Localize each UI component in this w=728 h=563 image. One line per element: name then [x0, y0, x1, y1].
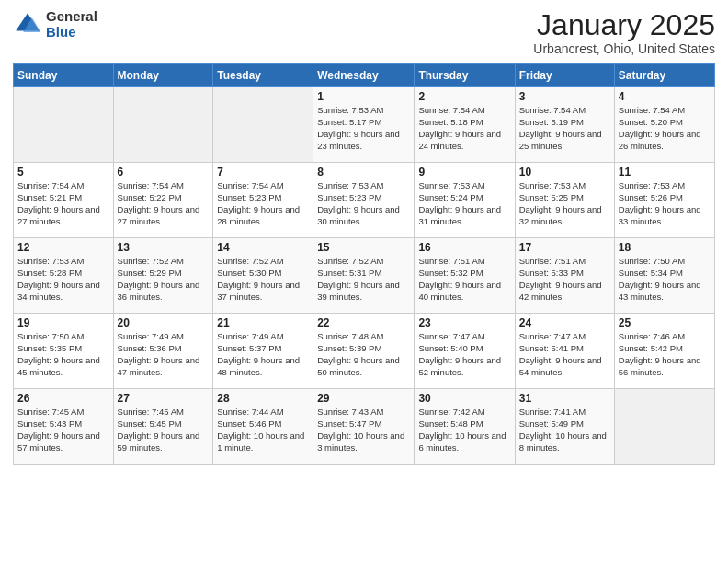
- calendar-cell: 7Sunrise: 7:54 AM Sunset: 5:23 PM Daylig…: [213, 163, 313, 238]
- day-info: Sunrise: 7:49 AM Sunset: 5:37 PM Dayligh…: [217, 331, 309, 378]
- logo-text-block: General Blue: [46, 9, 97, 40]
- day-number: 28: [217, 392, 309, 405]
- day-number: 3: [519, 90, 610, 103]
- day-info: Sunrise: 7:46 AM Sunset: 5:42 PM Dayligh…: [619, 331, 711, 378]
- day-number: 15: [317, 241, 410, 254]
- day-number: 6: [118, 166, 210, 178]
- day-info: Sunrise: 7:49 AM Sunset: 5:36 PM Dayligh…: [118, 331, 210, 378]
- calendar-cell: 14Sunrise: 7:52 AM Sunset: 5:30 PM Dayli…: [213, 238, 313, 314]
- calendar-cell: 2Sunrise: 7:54 AM Sunset: 5:18 PM Daylig…: [415, 87, 515, 163]
- calendar-cell: 18Sunrise: 7:50 AM Sunset: 5:34 PM Dayli…: [614, 238, 714, 314]
- calendar-cell: 21Sunrise: 7:49 AM Sunset: 5:37 PM Dayli…: [213, 314, 313, 389]
- calendar-cell: 26Sunrise: 7:45 AM Sunset: 5:43 PM Dayli…: [14, 389, 114, 465]
- month-title: January 2025: [533, 9, 715, 41]
- day-info: Sunrise: 7:48 AM Sunset: 5:39 PM Dayligh…: [317, 331, 410, 378]
- day-of-week-header: Wednesday: [313, 64, 415, 87]
- calendar-cell: 24Sunrise: 7:47 AM Sunset: 5:41 PM Dayli…: [515, 314, 614, 389]
- day-info: Sunrise: 7:45 AM Sunset: 5:43 PM Dayligh…: [17, 407, 109, 454]
- day-info: Sunrise: 7:53 AM Sunset: 5:26 PM Dayligh…: [619, 180, 711, 227]
- calendar-cell: 4Sunrise: 7:54 AM Sunset: 5:20 PM Daylig…: [614, 87, 714, 163]
- calendar-cell: 31Sunrise: 7:41 AM Sunset: 5:49 PM Dayli…: [515, 389, 614, 465]
- day-number: 2: [418, 90, 510, 103]
- header: General Blue January 2025 Urbancrest, Oh…: [13, 9, 715, 56]
- page: General Blue January 2025 Urbancrest, Oh…: [0, 0, 728, 563]
- calendar-cell: 10Sunrise: 7:53 AM Sunset: 5:25 PM Dayli…: [515, 163, 614, 238]
- calendar-cell: 28Sunrise: 7:44 AM Sunset: 5:46 PM Dayli…: [213, 389, 313, 465]
- calendar-cell: 1Sunrise: 7:53 AM Sunset: 5:17 PM Daylig…: [313, 87, 415, 163]
- day-number: 5: [17, 166, 109, 178]
- day-number: 27: [118, 392, 210, 405]
- day-info: Sunrise: 7:43 AM Sunset: 5:47 PM Dayligh…: [317, 407, 410, 454]
- day-number: 29: [317, 392, 410, 405]
- day-info: Sunrise: 7:45 AM Sunset: 5:45 PM Dayligh…: [118, 407, 210, 454]
- day-number: 12: [17, 241, 109, 254]
- day-number: 21: [217, 316, 309, 329]
- calendar-cell: 12Sunrise: 7:53 AM Sunset: 5:28 PM Dayli…: [14, 238, 114, 314]
- day-number: 4: [619, 90, 711, 103]
- day-of-week-header: Saturday: [614, 64, 714, 87]
- day-info: Sunrise: 7:52 AM Sunset: 5:30 PM Dayligh…: [217, 256, 309, 303]
- day-info: Sunrise: 7:52 AM Sunset: 5:29 PM Dayligh…: [118, 256, 210, 303]
- calendar-week-row: 19Sunrise: 7:50 AM Sunset: 5:35 PM Dayli…: [14, 314, 715, 389]
- day-info: Sunrise: 7:54 AM Sunset: 5:21 PM Dayligh…: [17, 180, 109, 227]
- calendar-table: SundayMondayTuesdayWednesdayThursdayFrid…: [13, 63, 715, 465]
- calendar-cell: [213, 87, 313, 163]
- calendar-cell: 16Sunrise: 7:51 AM Sunset: 5:32 PM Dayli…: [415, 238, 515, 314]
- day-number: 13: [118, 241, 210, 254]
- day-number: 22: [317, 316, 410, 329]
- day-info: Sunrise: 7:53 AM Sunset: 5:17 PM Dayligh…: [317, 105, 410, 152]
- day-info: Sunrise: 7:51 AM Sunset: 5:33 PM Dayligh…: [519, 256, 610, 303]
- calendar-cell: 29Sunrise: 7:43 AM Sunset: 5:47 PM Dayli…: [313, 389, 415, 465]
- day-number: 9: [418, 166, 510, 178]
- logo-general: General: [46, 9, 97, 25]
- calendar-cell: 20Sunrise: 7:49 AM Sunset: 5:36 PM Dayli…: [113, 314, 213, 389]
- calendar-week-row: 5Sunrise: 7:54 AM Sunset: 5:21 PM Daylig…: [14, 163, 715, 238]
- calendar-cell: 9Sunrise: 7:53 AM Sunset: 5:24 PM Daylig…: [415, 163, 515, 238]
- calendar-cell: 15Sunrise: 7:52 AM Sunset: 5:31 PM Dayli…: [313, 238, 415, 314]
- day-of-week-header: Tuesday: [213, 64, 313, 87]
- day-info: Sunrise: 7:47 AM Sunset: 5:41 PM Dayligh…: [519, 331, 610, 378]
- calendar-cell: 3Sunrise: 7:54 AM Sunset: 5:19 PM Daylig…: [515, 87, 614, 163]
- day-info: Sunrise: 7:54 AM Sunset: 5:23 PM Dayligh…: [217, 180, 309, 227]
- calendar-cell: [14, 87, 114, 163]
- calendar-header-row: SundayMondayTuesdayWednesdayThursdayFrid…: [14, 64, 715, 87]
- day-info: Sunrise: 7:41 AM Sunset: 5:49 PM Dayligh…: [519, 407, 610, 454]
- calendar-cell: [113, 87, 213, 163]
- day-number: 11: [619, 166, 711, 178]
- calendar-cell: 23Sunrise: 7:47 AM Sunset: 5:40 PM Dayli…: [415, 314, 515, 389]
- day-number: 31: [519, 392, 610, 405]
- title-block: January 2025 Urbancrest, Ohio, United St…: [533, 9, 715, 56]
- day-info: Sunrise: 7:54 AM Sunset: 5:18 PM Dayligh…: [418, 105, 510, 152]
- calendar-cell: 22Sunrise: 7:48 AM Sunset: 5:39 PM Dayli…: [313, 314, 415, 389]
- day-info: Sunrise: 7:50 AM Sunset: 5:35 PM Dayligh…: [17, 331, 109, 378]
- day-of-week-header: Monday: [113, 64, 213, 87]
- calendar-cell: 25Sunrise: 7:46 AM Sunset: 5:42 PM Dayli…: [614, 314, 714, 389]
- day-info: Sunrise: 7:53 AM Sunset: 5:28 PM Dayligh…: [17, 256, 109, 303]
- day-info: Sunrise: 7:53 AM Sunset: 5:25 PM Dayligh…: [519, 180, 610, 227]
- logo: General Blue: [13, 9, 97, 40]
- day-info: Sunrise: 7:51 AM Sunset: 5:32 PM Dayligh…: [418, 256, 510, 303]
- calendar-week-row: 26Sunrise: 7:45 AM Sunset: 5:43 PM Dayli…: [14, 389, 715, 465]
- calendar-cell: 27Sunrise: 7:45 AM Sunset: 5:45 PM Dayli…: [113, 389, 213, 465]
- day-number: 14: [217, 241, 309, 254]
- calendar-cell: 19Sunrise: 7:50 AM Sunset: 5:35 PM Dayli…: [14, 314, 114, 389]
- day-number: 18: [619, 241, 711, 254]
- day-number: 7: [217, 166, 309, 178]
- day-info: Sunrise: 7:54 AM Sunset: 5:22 PM Dayligh…: [118, 180, 210, 227]
- calendar-week-row: 1Sunrise: 7:53 AM Sunset: 5:17 PM Daylig…: [14, 87, 715, 163]
- calendar-week-row: 12Sunrise: 7:53 AM Sunset: 5:28 PM Dayli…: [14, 238, 715, 314]
- day-info: Sunrise: 7:54 AM Sunset: 5:20 PM Dayligh…: [619, 105, 711, 152]
- day-info: Sunrise: 7:52 AM Sunset: 5:31 PM Dayligh…: [317, 256, 410, 303]
- day-number: 26: [17, 392, 109, 405]
- day-info: Sunrise: 7:54 AM Sunset: 5:19 PM Dayligh…: [519, 105, 610, 152]
- calendar-cell: 13Sunrise: 7:52 AM Sunset: 5:29 PM Dayli…: [113, 238, 213, 314]
- day-info: Sunrise: 7:42 AM Sunset: 5:48 PM Dayligh…: [418, 407, 510, 454]
- day-number: 25: [619, 316, 711, 329]
- day-info: Sunrise: 7:53 AM Sunset: 5:23 PM Dayligh…: [317, 180, 410, 227]
- day-info: Sunrise: 7:44 AM Sunset: 5:46 PM Dayligh…: [217, 407, 309, 454]
- calendar-cell: 6Sunrise: 7:54 AM Sunset: 5:22 PM Daylig…: [113, 163, 213, 238]
- day-number: 16: [418, 241, 510, 254]
- day-number: 10: [519, 166, 610, 178]
- day-number: 24: [519, 316, 610, 329]
- calendar-cell: [614, 389, 714, 465]
